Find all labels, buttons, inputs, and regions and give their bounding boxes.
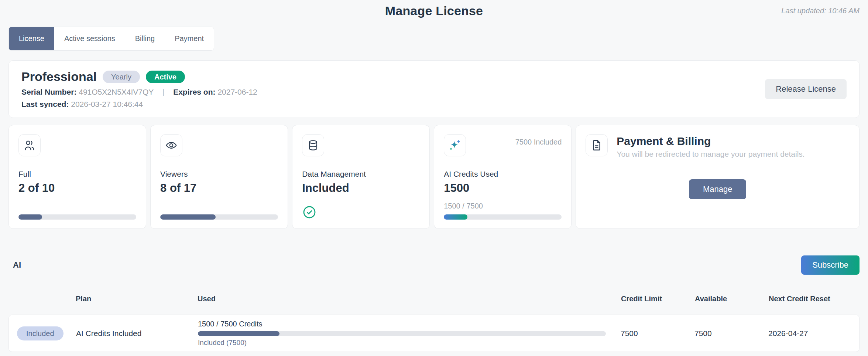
row-next-credit-reset: 2026-04-27 [763,329,851,338]
release-license-button[interactable]: Release License [765,79,847,99]
viewers-label: Viewers [160,170,278,179]
eye-icon [160,134,182,156]
ai-credits-progress-bar [444,214,562,220]
tab-license[interactable]: License [9,27,54,50]
ai-section-header: AI Subscribe [8,255,860,275]
last-synced-line: Last synced: 2026-03-27 10:46:44 [21,99,257,109]
full-value: 2 of 10 [18,182,136,195]
sparkle-icon [444,134,466,156]
viewers-value: 8 of 17 [160,182,278,195]
viewers-card: Viewers 8 of 17 [150,125,288,229]
last-synced-value: 2026-03-27 10:46:44 [71,100,143,108]
tab-payment[interactable]: Payment [165,27,214,50]
row-available: 7500 [689,329,763,338]
check-circle-icon [302,205,420,220]
row-badge-cell: Included [17,326,76,340]
subscribe-button[interactable]: Subscribe [801,255,860,275]
stats-row: Full 2 of 10 Viewers 8 of 17 [8,125,860,229]
row-plan-name: AI Credits Included [76,329,198,338]
viewers-progress-fill [160,214,216,220]
header-next-credit-reset: Next Credit Reset [764,295,851,303]
users-icon [18,134,41,156]
ai-credits-card: 7500 Included AI Credits Used 1500 1500 … [434,125,572,229]
ai-credits-value: 1500 [444,182,562,195]
ai-credits-label: AI Credits Used [444,170,562,179]
serial-expiry-line: Serial Number: 491O5X2N5X4IV7QY | Expire… [21,87,257,96]
ai-section-title: AI [8,260,21,270]
serial-number-label: Serial Number: [21,88,76,96]
ai-credits-progress-fill [444,214,467,220]
payment-billing-subtitle: You will be redirected to manage your pa… [617,150,804,159]
status-badge: Active [146,71,185,83]
tab-active-sessions[interactable]: Active sessions [54,27,125,50]
tab-billing[interactable]: Billing [125,27,165,50]
tab-bar: License Active sessions Billing Payment [8,27,214,51]
full-seats-card: Full 2 of 10 [8,125,146,229]
full-label: Full [18,170,136,179]
header-available: Available [690,295,764,303]
plan-name: Professional [21,69,97,84]
serial-number-value: 491O5X2N5X4IV7QY [79,88,154,96]
row-credit-limit: 7500 [615,329,689,338]
table-row: Included AI Credits Included 1500 / 7500… [8,315,860,352]
full-progress-bar [18,214,136,220]
last-synced-label: Last synced: [21,100,69,108]
row-used-cell: 1500 / 7500 Credits Included (7500) [198,320,615,347]
top-bar: Manage License Last updated: 10:46 AM [8,0,860,18]
viewers-progress-bar [160,214,278,220]
manage-license-page: Manage License Last updated: 10:46 AM Li… [0,0,868,356]
manage-button[interactable]: Manage [689,179,747,199]
included-badge: Included [17,326,64,340]
license-info: Professional Yearly Active Serial Number… [21,69,257,108]
row-used-text: 1500 / 7500 Credits [198,320,606,328]
license-summary-card: Professional Yearly Active Serial Number… [8,60,860,118]
document-icon [586,134,608,156]
full-progress-fill [18,214,42,220]
row-used-note: Included (7500) [198,339,606,347]
page-title: Manage License [8,4,860,18]
ai-table-header: Plan Used Credit Limit Available Next Cr… [8,295,860,303]
header-credit-limit: Credit Limit [616,295,690,303]
row-progress-bar [198,331,606,336]
header-plan: Plan [76,295,198,303]
row-progress-fill [198,331,279,336]
data-management-card: Data Management Included [292,125,430,229]
header-used: Used [198,295,616,303]
data-management-value: Included [302,182,420,195]
term-badge: Yearly [103,71,140,83]
data-management-label: Data Management [302,170,420,179]
payment-billing-card: Payment & Billing You will be redirected… [576,125,860,229]
last-updated-text: Last updated: 10:46 AM [781,7,860,15]
payment-billing-text: Payment & Billing You will be redirected… [617,134,804,159]
expires-on-label: Expires on: [173,88,215,96]
payment-billing-title: Payment & Billing [617,135,804,148]
separator: | [162,88,164,96]
ai-credits-ratio: 1500 / 7500 [444,202,562,210]
expires-on-value: 2027-06-12 [217,88,257,96]
license-title-row: Professional Yearly Active [21,69,257,84]
database-icon [302,134,324,156]
ai-credits-included-note: 7500 Included [515,138,562,146]
